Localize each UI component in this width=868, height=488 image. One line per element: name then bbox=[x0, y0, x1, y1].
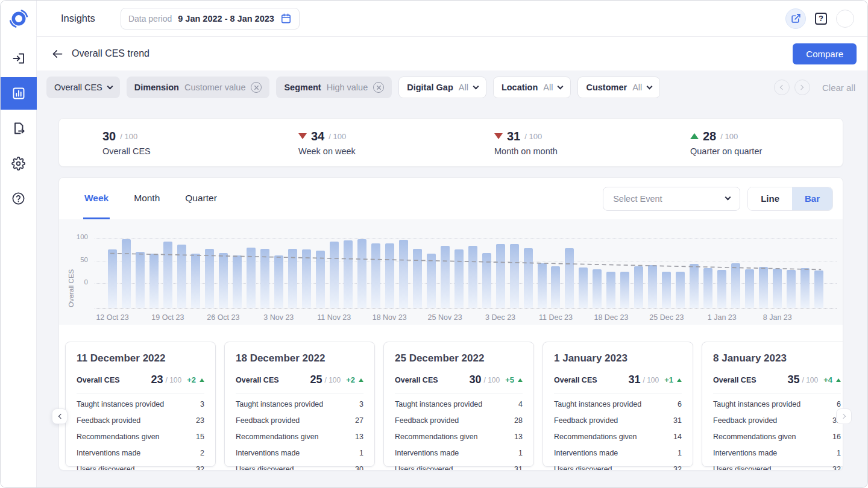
clear-all-button[interactable]: Clear all bbox=[822, 83, 855, 93]
bar[interactable] bbox=[136, 252, 145, 308]
carousel-next-button[interactable] bbox=[836, 408, 852, 424]
x-axis-label: 25 Nov 23 bbox=[428, 313, 462, 322]
x-axis-label: 12 Oct 23 bbox=[96, 313, 128, 322]
bar[interactable] bbox=[149, 254, 159, 308]
bar[interactable] bbox=[260, 249, 269, 308]
week-summary-card[interactable]: 11 December 2022 Overall CES 23 / 100 +2… bbox=[65, 342, 216, 467]
bar[interactable] bbox=[454, 249, 464, 308]
bar[interactable] bbox=[731, 263, 740, 308]
bar[interactable] bbox=[717, 270, 726, 308]
bar[interactable] bbox=[302, 249, 311, 308]
toggle-bar[interactable]: Bar bbox=[792, 187, 832, 210]
bar[interactable] bbox=[344, 240, 353, 308]
bar[interactable] bbox=[441, 246, 450, 308]
filters-scroll-right-button[interactable] bbox=[794, 80, 810, 95]
bar[interactable] bbox=[800, 268, 810, 308]
data-period-picker[interactable]: Data period 9 Jan 2022 - 8 Jan 2023 bbox=[121, 8, 300, 30]
bar[interactable] bbox=[814, 271, 823, 308]
bar[interactable] bbox=[510, 244, 519, 308]
bar[interactable] bbox=[538, 263, 547, 308]
sidebar-item-export-report[interactable] bbox=[1, 112, 37, 145]
bar[interactable] bbox=[759, 267, 768, 308]
summary-stats-card: 30 / 100 Overall CES 34 / 100 Week on we… bbox=[58, 118, 843, 167]
bar[interactable] bbox=[274, 255, 283, 308]
sidebar-item-help[interactable] bbox=[1, 182, 37, 214]
bar[interactable] bbox=[233, 255, 242, 308]
bar[interactable] bbox=[288, 249, 297, 308]
bar[interactable] bbox=[163, 242, 172, 308]
bar[interactable] bbox=[787, 270, 796, 308]
bar[interactable] bbox=[703, 268, 712, 308]
toggle-line[interactable]: Line bbox=[748, 187, 792, 210]
bar[interactable] bbox=[371, 243, 380, 308]
metric-row: Recommendations given 13 bbox=[236, 428, 363, 445]
bar[interactable] bbox=[122, 239, 131, 308]
metric-row: Taught instances provided 4 bbox=[395, 396, 523, 412]
compare-button[interactable]: Compare bbox=[793, 43, 857, 64]
bar[interactable] bbox=[385, 243, 394, 308]
bar[interactable] bbox=[399, 240, 408, 308]
bar-slot: 12 Oct 23 bbox=[105, 249, 119, 308]
select-event-dropdown[interactable]: Select Event bbox=[603, 187, 740, 211]
bar[interactable] bbox=[330, 242, 339, 308]
bar[interactable] bbox=[496, 244, 505, 308]
share-button[interactable] bbox=[785, 8, 806, 29]
sidebar-item-insights[interactable] bbox=[1, 77, 37, 110]
sidebar-item-data-in[interactable] bbox=[1, 42, 37, 75]
user-avatar[interactable] bbox=[836, 10, 854, 28]
week-summary-card[interactable]: 18 December 2022 Overall CES 25 / 100 +2… bbox=[224, 342, 375, 467]
card-delta: +2 bbox=[346, 375, 355, 384]
bar[interactable] bbox=[413, 249, 422, 308]
filter-dropdown-customer[interactable]: Customer All bbox=[577, 77, 660, 98]
help-button[interactable]: ? bbox=[815, 13, 827, 25]
bar[interactable] bbox=[468, 246, 477, 308]
bar[interactable] bbox=[219, 253, 228, 308]
week-summary-card[interactable]: 8 January 2023 Overall CES 35 / 100 +4 T… bbox=[702, 342, 843, 467]
tab-week[interactable]: Week bbox=[83, 178, 110, 219]
week-summary-card[interactable]: 25 December 2022 Overall CES 30 / 100 +5… bbox=[383, 342, 534, 467]
bar[interactable] bbox=[690, 264, 699, 308]
filter-chip-segment[interactable]: Segment High value bbox=[276, 77, 392, 98]
bar[interactable] bbox=[177, 245, 186, 308]
bar[interactable] bbox=[427, 254, 436, 308]
bar[interactable] bbox=[316, 251, 325, 308]
bar[interactable] bbox=[551, 266, 560, 308]
bar[interactable] bbox=[108, 249, 117, 308]
carousel-prev-button[interactable] bbox=[52, 408, 68, 424]
tab-quarter[interactable]: Quarter bbox=[184, 178, 218, 219]
remove-filter-icon[interactable] bbox=[373, 82, 384, 93]
bar[interactable] bbox=[593, 269, 602, 308]
bar[interactable] bbox=[524, 248, 533, 308]
bar[interactable] bbox=[565, 248, 574, 308]
week-summary-card[interactable]: 1 January 2023 Overall CES 31 / 100 +1 T… bbox=[542, 342, 693, 467]
chevron-right-icon bbox=[799, 85, 804, 90]
bar[interactable] bbox=[579, 267, 588, 308]
filter-dropdown-location[interactable]: Location All bbox=[493, 77, 571, 98]
bar[interactable] bbox=[191, 254, 200, 308]
bar[interactable] bbox=[606, 272, 615, 308]
bar[interactable] bbox=[648, 265, 657, 308]
bar[interactable] bbox=[662, 272, 671, 308]
sidebar-item-settings[interactable] bbox=[1, 147, 37, 180]
bar[interactable] bbox=[205, 249, 214, 308]
metric-row-label: Users discovered bbox=[236, 465, 294, 471]
tab-month[interactable]: Month bbox=[133, 178, 161, 219]
filter-dropdown-digital-gap[interactable]: Digital Gap All bbox=[398, 77, 486, 98]
metric-selector-chip[interactable]: Overall CES bbox=[46, 77, 120, 98]
bar[interactable] bbox=[745, 269, 754, 308]
bar[interactable] bbox=[620, 272, 629, 308]
remove-filter-icon[interactable] bbox=[251, 82, 262, 93]
x-axis-label: 26 Oct 23 bbox=[207, 313, 239, 322]
bar[interactable] bbox=[634, 266, 643, 308]
bar[interactable] bbox=[482, 253, 491, 308]
bar[interactable] bbox=[773, 269, 782, 308]
bar[interactable] bbox=[357, 239, 366, 308]
bar-slot: 18 Dec 23 bbox=[604, 272, 618, 308]
back-button[interactable] bbox=[50, 46, 64, 61]
bar[interactable] bbox=[247, 248, 256, 308]
bar[interactable] bbox=[676, 272, 685, 308]
filter-chip-dimension[interactable]: Dimension Customer value bbox=[127, 77, 270, 98]
bar-slot: 25 Nov 23 bbox=[438, 246, 452, 308]
filters-scroll-left-button[interactable] bbox=[774, 80, 790, 95]
bar-slot: 19 Oct 23 bbox=[161, 242, 175, 308]
